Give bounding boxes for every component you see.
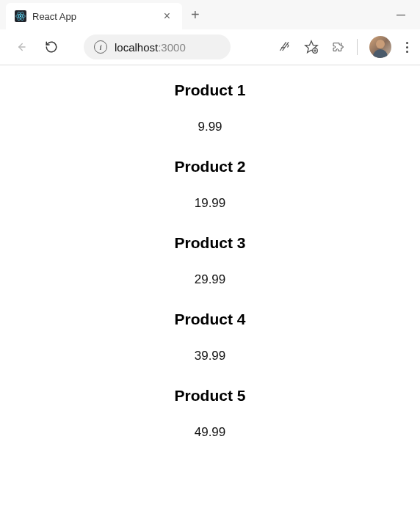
tab-title: React App — [32, 11, 161, 22]
favorites-icon[interactable] — [304, 40, 319, 54]
product-name: Product 4 — [0, 311, 420, 328]
browser-chrome: React App × + i localhost:3000 — [0, 0, 420, 65]
product-name: Product 5 — [0, 387, 420, 405]
product-price: 39.99 — [0, 349, 420, 363]
product-name: Product 1 — [0, 81, 420, 99]
product-item: Product 1 9.99 — [0, 81, 420, 134]
product-price: 19.99 — [0, 196, 420, 211]
site-info-icon[interactable]: i — [94, 40, 107, 54]
tab-close-icon[interactable]: × — [161, 8, 173, 24]
page-content: Product 1 9.99 Product 2 19.99 Product 3… — [0, 65, 420, 440]
product-item: Product 4 39.99 — [0, 311, 420, 363]
product-item: Product 5 49.99 — [0, 387, 420, 440]
extensions-icon[interactable] — [330, 40, 345, 54]
svg-point-0 — [20, 15, 22, 18]
product-name: Product 3 — [0, 234, 420, 252]
url-port: :3000 — [158, 41, 186, 54]
product-item: Product 2 19.99 — [0, 158, 420, 211]
address-bar[interactable]: i localhost:3000 — [84, 35, 231, 59]
window-minimize-icon[interactable] — [397, 15, 405, 15]
back-button[interactable] — [9, 35, 32, 59]
browser-toolbar: i localhost:3000 — [0, 29, 420, 65]
toolbar-right — [278, 36, 411, 58]
product-price: 9.99 — [0, 120, 420, 134]
toolbar-divider — [357, 39, 358, 55]
menu-button[interactable] — [403, 42, 411, 53]
refresh-button[interactable] — [40, 35, 63, 59]
product-name: Product 2 — [0, 158, 420, 175]
read-aloud-icon[interactable] — [278, 40, 292, 54]
new-tab-button[interactable]: + — [182, 7, 209, 23]
window-controls — [397, 15, 414, 15]
product-price: 49.99 — [0, 425, 420, 440]
product-price: 29.99 — [0, 272, 420, 287]
browser-tab[interactable]: React App × — [6, 3, 182, 29]
profile-avatar[interactable] — [369, 36, 391, 58]
react-favicon-icon — [15, 10, 26, 22]
url-text: localhost:3000 — [115, 41, 186, 54]
url-host: localhost — [115, 41, 158, 54]
product-item: Product 3 29.99 — [0, 234, 420, 287]
tab-bar: React App × + — [0, 0, 420, 29]
